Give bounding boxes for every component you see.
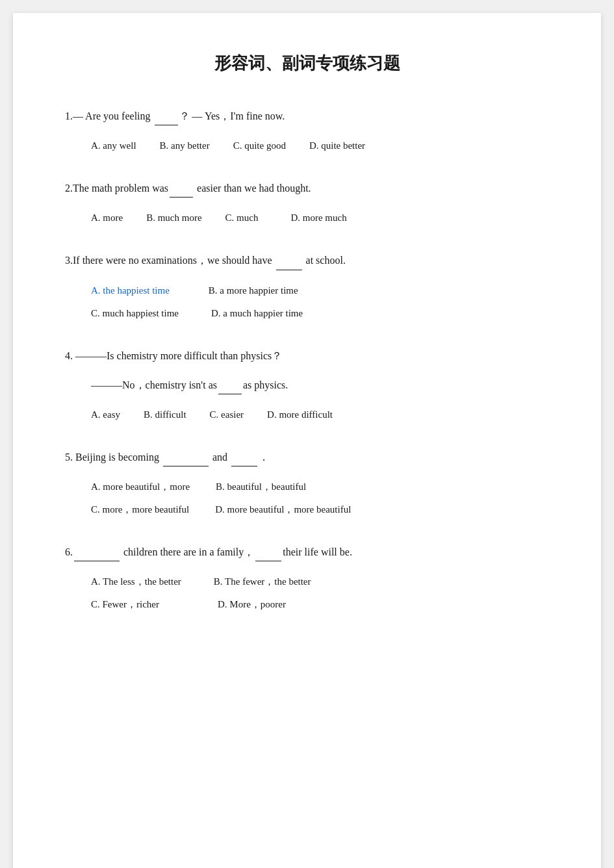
blank-6b	[255, 543, 281, 561]
option-2a: A. more	[91, 209, 123, 227]
option-6c: C. Fewer，richer	[91, 596, 159, 613]
blank-6a	[74, 543, 120, 561]
question-5-options: A. more beautiful，more B. beautiful，beau…	[65, 478, 549, 518]
option-1a: A. any well	[91, 137, 136, 155]
option-4d: D. more difficult	[267, 406, 333, 424]
page-title: 形容词、副词专项练习题	[65, 52, 549, 75]
page: 形容词、副词专项练习题 1.— Are you feeling ？ — Yes，…	[13, 13, 601, 868]
question-3: 3.If there were no examinations，we shoul…	[65, 251, 549, 322]
option-5d: D. more beautiful，more beautiful	[215, 501, 351, 518]
question-4-line2: ———No，chemistry isn't as as physics.	[65, 376, 549, 394]
question-2: 2.The math problem was easier than we ha…	[65, 179, 549, 227]
question-1-text: 1.— Are you feeling ？ — Yes，I'm fine now…	[65, 107, 549, 125]
option-4a: A. easy	[91, 406, 120, 424]
option-3d: D. a much happier time	[211, 305, 303, 322]
option-1c: C. quite good	[233, 137, 286, 155]
option-2c: C. much	[225, 209, 259, 227]
question-1: 1.— Are you feeling ？ — Yes，I'm fine now…	[65, 107, 549, 155]
question-3-text: 3.If there were no examinations，we shoul…	[65, 251, 549, 270]
blank-3	[276, 251, 302, 270]
question-5-options-row1: A. more beautiful，more B. beautiful，beau…	[91, 478, 549, 496]
question-5: 5. Beijing is becoming and ． A. more bea…	[65, 448, 549, 518]
option-4c: C. easier	[210, 406, 244, 424]
option-5a: A. more beautiful，more	[91, 478, 190, 496]
option-5b: B. beautiful，beautiful	[216, 478, 306, 496]
question-3-options-row2: C. much happiest time D. a much happier …	[91, 305, 549, 322]
question-6-options-row2: C. Fewer，richer D. More，poorer	[91, 596, 549, 613]
question-5-text: 5. Beijing is becoming and ．	[65, 448, 549, 466]
question-4-options: A. easy B. difficult C. easier D. more d…	[65, 406, 549, 424]
option-5c: C. more，more beautiful	[91, 501, 189, 518]
question-2-options: A. more B. much more C. much D. more muc…	[65, 209, 549, 227]
option-3a: A. the happiest time	[91, 282, 170, 300]
option-6d: D. More，poorer	[218, 596, 286, 613]
question-6: 6. children there are in a family， their…	[65, 543, 549, 613]
option-2b: B. much more	[146, 209, 201, 227]
option-1b: B. any better	[160, 137, 210, 155]
option-6b: B. The fewer，the better	[214, 573, 311, 591]
blank-5a	[163, 448, 209, 466]
question-6-options-row1: A. The less，the better B. The fewer，the …	[91, 573, 549, 591]
blank-1	[155, 107, 178, 125]
blank-5b	[231, 448, 257, 466]
option-6a: A. The less，the better	[91, 573, 181, 591]
option-3b: B. a more happier time	[209, 282, 298, 300]
question-1-options: A. any well B. any better C. quite good …	[65, 137, 549, 155]
option-3c: C. much happiest time	[91, 305, 179, 322]
question-6-options: A. The less，the better B. The fewer，the …	[65, 573, 549, 613]
question-2-text: 2.The math problem was easier than we ha…	[65, 179, 549, 198]
question-3-options: A. the happiest time B. a more happier t…	[65, 282, 549, 322]
option-4b: B. difficult	[144, 406, 186, 424]
option-1d: D. quite better	[309, 137, 365, 155]
question-5-options-row2: C. more，more beautiful D. more beautiful…	[91, 501, 549, 518]
question-4: 4. ———Is chemistry more difficult than p…	[65, 347, 549, 424]
blank-2	[170, 179, 193, 198]
blank-4	[218, 376, 242, 394]
question-4-line1: 4. ———Is chemistry more difficult than p…	[65, 347, 549, 364]
question-3-options-row1: A. the happiest time B. a more happier t…	[91, 282, 549, 300]
option-2d: D. more much	[290, 209, 346, 227]
question-6-text: 6. children there are in a family， their…	[65, 543, 549, 561]
